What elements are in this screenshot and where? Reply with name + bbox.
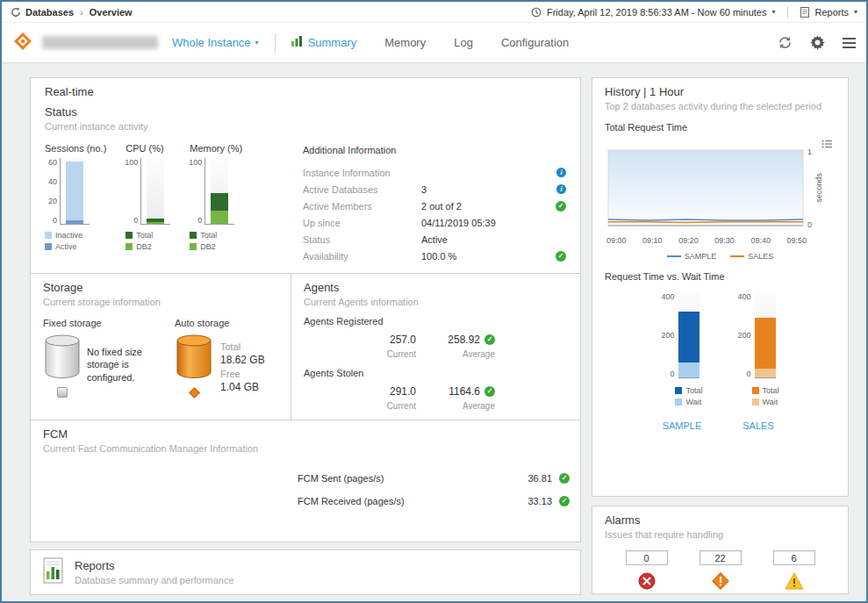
menu-icon[interactable]: [843, 38, 856, 48]
chart-options-icon[interactable]: [821, 136, 832, 152]
panel-title: Alarms: [605, 513, 836, 527]
auto-storage-values: Total 18.62 GB Free 1.04 GB: [220, 339, 265, 397]
critical-alarm-count[interactable]: 22: [699, 550, 742, 565]
fixed-storage: Fixed storage: [43, 318, 159, 398]
legend-label: SAMPLE: [685, 252, 717, 261]
total-request-time-chart[interactable]: 1 0 seconds 09:0009:1009:2009:3009:4009:…: [605, 145, 836, 261]
scope-label: Whole Instance: [172, 36, 251, 49]
right-column: History | 1 Hour Top 2 databases activit…: [592, 77, 849, 594]
divider: [787, 6, 788, 18]
summary-chart-icon: [291, 36, 303, 49]
chevron-down-icon: ▾: [255, 39, 259, 47]
y-axis: 4002000: [661, 292, 678, 378]
breadcrumb-separator: ›: [80, 7, 83, 18]
memory-chart[interactable]: Memory (%) 1000 Total DB2: [190, 143, 242, 264]
history-back-icon[interactable]: [11, 7, 21, 18]
ok-status-icon: [484, 334, 495, 345]
info-row-active-members: Active Members 2 out of 2: [303, 197, 566, 214]
tab-label: Configuration: [501, 36, 569, 49]
legend-swatch: [675, 387, 682, 394]
chart-title: Total Request Time: [605, 122, 836, 133]
ok-status-icon: [556, 251, 566, 262]
fcm-received-row: FCM Received (pages/s) 33.13: [298, 496, 570, 506]
fatal-icon[interactable]: [638, 572, 656, 593]
breadcrumb-bar: Databases › Overview Friday, April 12, 2…: [2, 2, 866, 23]
tab-configuration[interactable]: Configuration: [501, 36, 569, 49]
tab-summary[interactable]: Summary: [291, 36, 357, 49]
info-row-status: Status Active: [303, 231, 566, 248]
dashboard-content: Real-time Status Current instance activi…: [2, 63, 866, 601]
timerange-selector[interactable]: Friday, April 12, 2019 8:56:33 AM - Now …: [547, 7, 766, 18]
sales-database-link[interactable]: SALES: [738, 420, 779, 431]
ok-status-icon: [484, 386, 495, 397]
sales-legend: Total Wait: [752, 386, 779, 406]
chevron-down-icon[interactable]: ▾: [854, 8, 857, 16]
y-axis: 1000: [190, 158, 204, 225]
reports-panel[interactable]: Reports Database summary and performance: [30, 549, 581, 595]
chart-title: Sessions (no.): [45, 143, 106, 154]
critical-alarms: 22: [699, 550, 742, 593]
legend-label: Wait: [685, 398, 701, 406]
legend-label: Total: [200, 231, 217, 240]
current-value: 291.0: [365, 385, 416, 398]
panel-description: Current Agents information: [304, 297, 568, 307]
info-icon[interactable]: [556, 184, 566, 194]
panel-title: Storage: [43, 281, 278, 294]
sales-stacked-bar[interactable]: [755, 292, 776, 378]
sample-database-link[interactable]: SAMPLE: [661, 420, 702, 431]
ok-status-icon: [559, 473, 570, 484]
critical-icon[interactable]: [712, 572, 729, 593]
section-title: Additional Information: [303, 145, 566, 155]
additional-information: Additional Information Instance Informat…: [303, 145, 566, 264]
sample-legend: Total Wait: [675, 386, 702, 406]
reports-menu[interactable]: Reports: [814, 7, 849, 18]
app-window: Databases › Overview Friday, April 12, 2…: [0, 0, 868, 603]
warning-icon[interactable]: [785, 572, 804, 593]
x-axis: 09:0009:1009:2009:3009:4009:50: [606, 236, 807, 245]
sample-stacked-bar[interactable]: [678, 292, 699, 378]
gray-cylinder-icon: [43, 334, 82, 383]
legend-swatch: [730, 255, 744, 257]
storage-panel: Storage Current storage information Fixe…: [30, 273, 291, 420]
breadcrumb: Databases › Overview: [11, 7, 133, 18]
legend-swatch: [45, 232, 52, 239]
auto-storage: Auto storage: [175, 318, 265, 398]
sessions-chart[interactable]: Sessions (no.) 6040200 Inactive Active: [45, 143, 106, 264]
fcm-received-value: 33.13: [527, 496, 552, 506]
tab-log[interactable]: Log: [454, 36, 473, 49]
tab-label: Memory: [384, 36, 426, 49]
agents-panel: Agents Current Agents information Agents…: [291, 273, 581, 420]
fatal-alarm-count[interactable]: 0: [626, 550, 668, 565]
scope-selector[interactable]: Whole Instance ▾: [172, 36, 259, 49]
svg-text:0: 0: [807, 220, 812, 229]
tab-memory[interactable]: Memory: [384, 36, 426, 49]
memory-plot: [204, 158, 234, 225]
legend-swatch: [667, 255, 681, 257]
chevron-down-icon[interactable]: ▾: [771, 8, 775, 16]
line-chart-svg: 1 0 seconds: [605, 145, 828, 233]
instance-logo-icon: [12, 31, 33, 55]
panel-title: History | 1 Hour: [605, 85, 836, 98]
report-icon: [800, 7, 809, 18]
realtime-panel: Real-time Status Current instance activi…: [30, 77, 581, 274]
request-vs-wait-charts: 4002000 Total Wait SAMPLE: [605, 292, 836, 431]
chart-title: Memory (%): [190, 143, 242, 154]
warning-alarm-count[interactable]: 6: [773, 550, 815, 565]
topbar-controls: Friday, April 12, 2019 8:56:33 AM - Now …: [531, 6, 857, 18]
svg-text:seconds: seconds: [814, 173, 823, 203]
chart-title: Request Time vs. Wait Time: [605, 271, 836, 282]
legend-label: Active: [55, 242, 77, 251]
memory-legend: Total DB2: [190, 231, 242, 251]
legend-swatch: [126, 243, 133, 250]
legend-swatch: [190, 243, 197, 250]
header-actions: [778, 35, 856, 50]
gear-icon[interactable]: [810, 35, 825, 50]
info-icon[interactable]: [556, 168, 566, 177]
breadcrumb-item-databases[interactable]: Databases: [25, 7, 74, 18]
refresh-icon[interactable]: [778, 35, 793, 50]
agents-registered-label: Agents Registered: [304, 316, 568, 327]
auto-storage-warning-icon: [189, 387, 200, 398]
cpu-legend: Total DB2: [126, 231, 170, 251]
panel-title: Agents: [304, 281, 568, 294]
cpu-chart[interactable]: CPU (%) 1000 Total DB2: [126, 143, 170, 264]
